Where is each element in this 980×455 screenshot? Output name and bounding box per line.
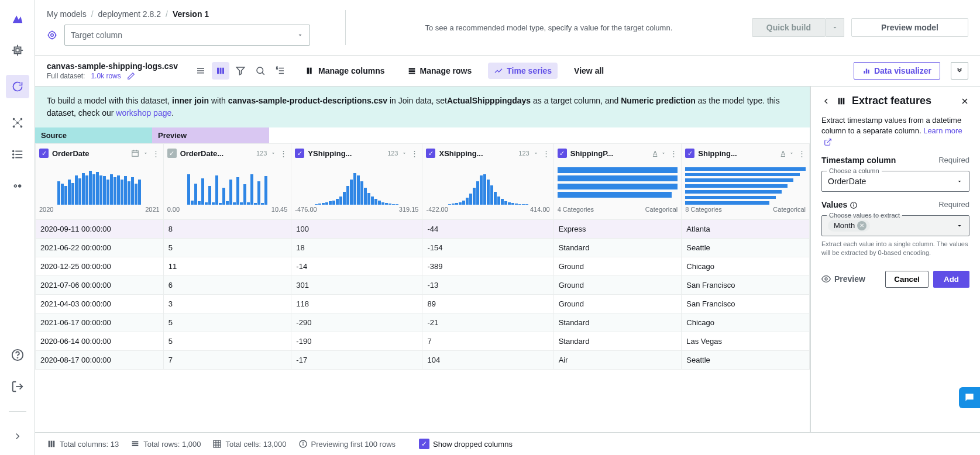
- breadcrumb-a[interactable]: My models: [47, 9, 87, 19]
- column-menu-icon[interactable]: ⋮: [798, 149, 806, 158]
- expand-icon[interactable]: [11, 429, 25, 443]
- column-checkbox[interactable]: ✓: [167, 149, 177, 158]
- column-checkbox[interactable]: ✓: [558, 149, 567, 158]
- show-dropped-checkbox[interactable]: ✓ Show dropped columns: [419, 439, 513, 449]
- column-menu-icon[interactable]: ⋮: [411, 149, 418, 158]
- quick-build-caret: [826, 18, 844, 37]
- refresh-icon[interactable]: [6, 75, 29, 98]
- help-icon[interactable]: [11, 348, 25, 362]
- cancel-button[interactable]: Cancel: [885, 271, 929, 288]
- table-cell: Chicago: [682, 313, 810, 332]
- list-icon[interactable]: [11, 147, 25, 161]
- table-cell: 2021-06-22 00:00:00: [36, 239, 164, 257]
- logo-icon[interactable]: [11, 12, 25, 26]
- network-icon[interactable]: [11, 116, 25, 130]
- time-series-button[interactable]: Time series: [488, 63, 558, 79]
- table-cell: 8: [163, 220, 291, 239]
- filter-icon[interactable]: [232, 62, 249, 80]
- status-cells: Total cells: 13,000: [212, 439, 286, 449]
- grid-view-icon[interactable]: [212, 62, 229, 80]
- month-chip[interactable]: Month✕: [828, 220, 870, 232]
- chat-icon[interactable]: [959, 387, 980, 408]
- table-cell: Ground: [553, 257, 682, 276]
- column-menu-icon[interactable]: ⋮: [670, 149, 678, 158]
- info-icon[interactable]: [850, 201, 858, 209]
- data-grid: To build a model with this dataset, inne…: [35, 87, 810, 432]
- table-row[interactable]: 2020-06-14 00:00:005-1907StandardLas Veg…: [36, 332, 810, 351]
- dataset-name: canvas-sample-shipping-logs.csv: [47, 61, 181, 71]
- table-cell: 2021-04-03 00:00:00: [36, 295, 164, 313]
- preview-button[interactable]: Preview: [821, 274, 865, 284]
- values-select[interactable]: Choose values to extract Month✕: [821, 215, 969, 236]
- column-checkbox[interactable]: ✓: [295, 149, 304, 158]
- table-cell: -13: [422, 276, 553, 295]
- dots-icon[interactable]: [11, 179, 25, 193]
- chevron-down-icon[interactable]: [401, 150, 407, 156]
- table-row[interactable]: 2020-08-17 00:00:007-17104AirSeattle: [36, 351, 810, 370]
- toolbar-more-button[interactable]: [951, 62, 968, 80]
- numbered-list-icon[interactable]: 1: [271, 62, 289, 80]
- svg-line-12: [18, 119, 21, 123]
- column-type[interactable]: 123: [387, 150, 398, 157]
- table-cell: 11: [163, 257, 291, 276]
- table-cell: 7: [422, 332, 553, 351]
- svg-rect-53: [132, 151, 138, 156]
- column-checkbox[interactable]: ✓: [39, 149, 49, 158]
- svg-line-62: [827, 139, 831, 143]
- table-row[interactable]: 2021-04-03 00:00:00311889GroundSan Franc…: [36, 295, 810, 313]
- logout-icon[interactable]: [11, 380, 25, 394]
- table-row[interactable]: 2020-09-11 00:00:008100-44ExpressAtlanta: [36, 220, 810, 239]
- table-cell: Seattle: [682, 351, 810, 370]
- table-cell: -17: [291, 351, 422, 370]
- column-menu-icon[interactable]: ⋮: [542, 149, 550, 158]
- svg-rect-67: [49, 441, 50, 447]
- svg-point-24: [17, 357, 18, 358]
- preview-model-button[interactable]: Preview model: [851, 18, 968, 37]
- view-all-button[interactable]: View all: [568, 63, 610, 79]
- table-cell: 89: [422, 295, 553, 313]
- column-type[interactable]: [131, 149, 139, 157]
- chip-remove-icon[interactable]: ✕: [857, 221, 866, 230]
- column-checkbox[interactable]: ✓: [426, 149, 435, 158]
- table-cell: Seattle: [682, 239, 810, 257]
- column-checkbox[interactable]: ✓: [685, 149, 694, 158]
- dataset-rows-link[interactable]: 1.0k rows: [91, 72, 121, 80]
- chevron-down-icon[interactable]: [789, 150, 795, 156]
- close-icon[interactable]: [960, 96, 969, 106]
- chevron-down-icon[interactable]: [533, 150, 539, 156]
- table-cell: -190: [291, 332, 422, 351]
- chevron-down-icon[interactable]: [143, 150, 149, 156]
- table-row[interactable]: 2020-12-25 00:00:0011-14-389GroundChicag…: [36, 257, 810, 276]
- column-type[interactable]: A: [653, 150, 657, 157]
- edit-icon[interactable]: [127, 72, 135, 80]
- table-row[interactable]: 2021-07-06 00:00:006301-13GroundSan Fran…: [36, 276, 810, 295]
- chip-icon[interactable]: [11, 43, 25, 57]
- column-menu-icon[interactable]: ⋮: [280, 149, 287, 158]
- table-cell: 2020-06-14 00:00:00: [36, 332, 164, 351]
- list-view-icon[interactable]: [192, 62, 209, 80]
- svg-rect-72: [132, 445, 139, 446]
- search-icon[interactable]: [252, 62, 269, 80]
- column-type[interactable]: A: [781, 150, 785, 157]
- target-column-select[interactable]: Target column: [64, 25, 310, 46]
- manage-columns-button[interactable]: Manage columns: [300, 63, 391, 79]
- workshop-link[interactable]: workshop page: [116, 108, 171, 118]
- column-menu-icon[interactable]: ⋮: [152, 149, 160, 158]
- back-icon[interactable]: [821, 96, 831, 106]
- manage-rows-button[interactable]: Manage rows: [401, 63, 478, 79]
- chevron-down-icon[interactable]: [270, 150, 276, 156]
- info-banner: To build a model with this dataset, inne…: [35, 87, 810, 127]
- table-cell: -21: [422, 313, 553, 332]
- column-type[interactable]: 123: [256, 150, 267, 157]
- breadcrumb-b[interactable]: deployment 2.8.2: [98, 9, 161, 19]
- timestamp-column-select[interactable]: Choose a column OrderDate: [821, 171, 969, 192]
- table-row[interactable]: 2021-06-17 00:00:005-290-21StandardChica…: [36, 313, 810, 332]
- table-row[interactable]: 2021-06-22 00:00:00518-154StandardSeattl…: [36, 239, 810, 257]
- learn-more-link[interactable]: Learn more: [923, 126, 962, 135]
- svg-rect-70: [132, 441, 139, 442]
- table-cell: -290: [291, 313, 422, 332]
- add-button[interactable]: Add: [933, 271, 969, 288]
- data-visualizer-button[interactable]: Data visualizer: [854, 62, 940, 80]
- column-type[interactable]: 123: [518, 150, 529, 157]
- chevron-down-icon[interactable]: [661, 150, 666, 156]
